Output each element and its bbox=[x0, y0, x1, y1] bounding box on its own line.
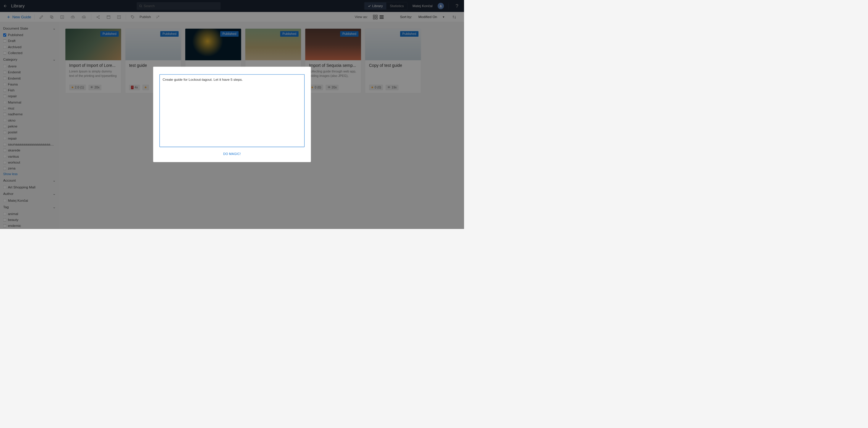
magic-textarea[interactable] bbox=[159, 74, 305, 147]
modal-overlay[interactable]: DO MAGIC! bbox=[0, 0, 464, 229]
do-magic-button[interactable]: DO MAGIC! bbox=[159, 152, 305, 156]
magic-modal: DO MAGIC! bbox=[153, 67, 311, 162]
